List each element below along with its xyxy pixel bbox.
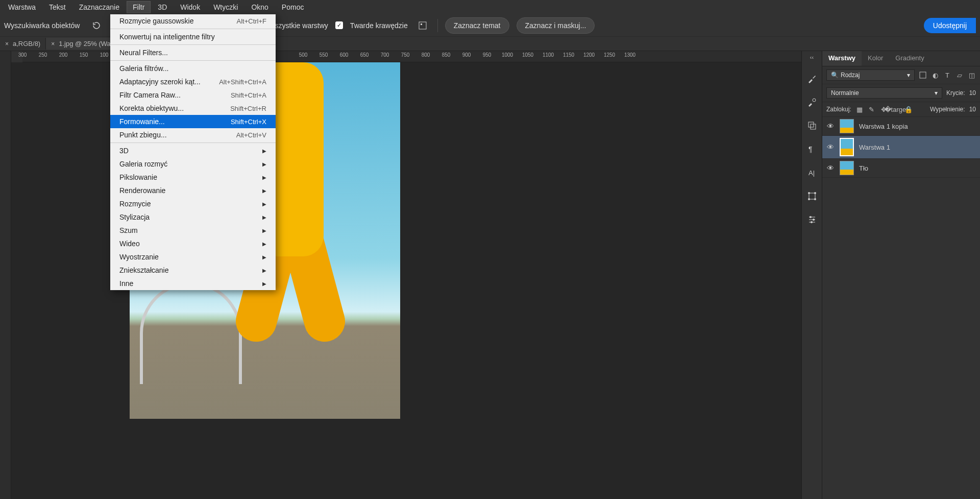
panels: WarstwyKolorGradienty 🔍Rodzaj ▾ ◐ T ▱ ◫ … [822,51,980,499]
layer-filter-select[interactable]: 🔍Rodzaj ▾ [826,69,915,81]
filter-image-icon[interactable] [919,71,927,79]
panel-tab-gradienty[interactable]: Gradienty [889,51,930,66]
lock-artboard-icon[interactable]: �target [892,105,900,113]
menu-tekst[interactable]: Tekst [43,1,72,13]
blend-mode-select[interactable]: Normalnie ▾ [826,87,942,99]
hard-edges-checkbox[interactable]: ✓ [335,21,343,29]
menu-filtr[interactable]: Filtr [127,1,151,13]
menu-okno[interactable]: Okno [245,1,274,13]
menu-item-label: Wideo [119,240,140,248]
menu-item-label: Inne [119,279,133,288]
menu-item[interactable]: Galeria rozmyć▶ [110,157,276,171]
menu-item-label: Punkt zbiegu... [119,131,167,139]
svg-point-10 [808,198,810,200]
layer-name[interactable]: Warstwa 1 kopia [859,123,908,130]
fill-value[interactable]: 10 [969,106,976,113]
menu-item[interactable]: Stylizacja▶ [110,210,276,224]
menu-zaznaczanie[interactable]: Zaznaczanie [73,1,126,13]
menu-item[interactable]: Zniekształcanie▶ [110,264,276,277]
share-button[interactable]: Udostępnij [924,18,976,33]
menu-item[interactable]: Galeria filtrów... [110,62,276,75]
lock-brush-icon[interactable]: ✎ [868,105,876,113]
filter-type-icon[interactable]: T [943,71,951,79]
layer-thumbnail[interactable] [840,138,854,156]
transform-icon[interactable] [807,191,817,201]
menu-item[interactable]: Szum▶ [110,224,276,237]
filter-adjustment-icon[interactable]: ◐ [931,71,939,79]
menu-separator [110,60,276,61]
menu-item[interactable]: Formowanie...Shift+Ctrl+X [110,115,276,128]
ruler-tick: 1050 [522,52,533,58]
clone-source-icon[interactable] [807,121,817,131]
menu-item[interactable]: Korekta obiektywu...Shift+Ctrl+R [110,102,276,115]
menu-wtyczki[interactable]: Wtyczki [207,1,244,13]
menu-item[interactable]: Konwertuj na inteligentne filtry [110,30,276,43]
lock-pixels-icon[interactable]: ▦ [855,105,864,113]
svg-point-11 [814,198,816,200]
panel-tabs: WarstwyKolorGradienty [822,51,980,66]
layer-filter-label: Rodzaj [841,72,860,79]
menu-item[interactable]: Pikslowanie▶ [110,171,276,184]
layer-thumbnail[interactable] [840,161,854,175]
menu-separator [110,29,276,29]
menu-item-label: 3D [119,147,129,155]
fill-label: Wypełnienie: [930,106,965,113]
character-icon[interactable]: A| [807,168,817,178]
filter-shape-icon[interactable]: ▱ [955,71,964,79]
menu-3d[interactable]: 3D [152,1,173,13]
select-and-mask-button[interactable]: Zaznacz i maskuj... [517,17,595,34]
layer-name[interactable]: Warstwa 1 [859,144,890,151]
layer-thumbnail[interactable] [840,119,854,133]
svg-point-15 [810,216,812,218]
blend-mode-row: Normalnie ▾ Krycie: 10 [822,84,980,102]
object-finder-label[interactable]: Wyszukiwarka obiektów [4,21,80,30]
ruler-tick: 800 [422,52,430,58]
adjustments-icon[interactable] [807,215,817,225]
lock-all-icon[interactable]: 🔒 [904,105,913,113]
settings-icon[interactable] [415,18,430,33]
menu-widok[interactable]: Widok [174,1,206,13]
ruler-tick: 650 [360,52,369,58]
panel-tab-kolor[interactable]: Kolor [862,51,889,66]
menu-item[interactable]: Inne▶ [110,277,276,290]
menu-item-label: Rozmycie [119,200,151,208]
menu-warstwa[interactable]: Warstwa [2,1,42,13]
select-subject-button[interactable]: Zaznacz temat [445,17,509,34]
filter-menu-dropdown: Rozmycie gaussowskieAlt+Ctrl+FKonwertuj … [110,14,276,290]
menu-item-label: Rozmycie gaussowskie [119,17,194,25]
menu-item[interactable]: Punkt zbiegu...Alt+Ctrl+V [110,128,276,141]
menu-item[interactable]: 3D▶ [110,144,276,157]
collapse-panels-icon[interactable]: ‹‹ [810,54,814,60]
menu-pomoc[interactable]: Pomoc [276,1,310,13]
layer-row[interactable]: 👁Tło [822,159,980,178]
menu-item[interactable]: Rozmycie▶ [110,197,276,210]
refresh-icon[interactable] [92,21,101,30]
filter-smart-icon[interactable]: ◫ [968,71,976,79]
menu-item[interactable]: Wideo▶ [110,237,276,250]
menu-item[interactable]: Filtr Camera Raw...Shift+Ctrl+A [110,88,276,102]
right-icon-dock: ‹‹ ¶ A| [801,51,822,499]
panel-tab-warstwy[interactable]: Warstwy [822,51,862,66]
menu-item[interactable]: Neural Filters... [110,46,276,59]
menu-item[interactable]: Rozmycie gaussowskieAlt+Ctrl+F [110,14,276,28]
visibility-icon[interactable]: 👁 [826,122,835,130]
lock-row: Zablokuj: ▦ ✎ ✥ �target 🔒 Wypełnienie: 1… [822,102,980,117]
visibility-icon[interactable]: 👁 [826,164,835,172]
layer-row[interactable]: 👁Warstwa 1 [822,136,980,159]
document-tab[interactable]: ×a,RGB/8) [0,38,46,50]
layer-row[interactable]: 👁Warstwa 1 kopia [822,117,980,136]
menu-item[interactable]: Wyostrzanie▶ [110,250,276,264]
layer-name[interactable]: Tło [859,164,868,172]
paragraph-icon[interactable]: ¶ [807,144,817,154]
svg-rect-1 [421,23,422,25]
brush-icon[interactable] [807,74,817,84]
opacity-value[interactable]: 10 [969,89,976,97]
close-icon[interactable]: × [5,40,9,47]
svg-point-8 [808,192,810,194]
menu-item[interactable]: Adaptacyjny szeroki kąt...Alt+Shift+Ctrl… [110,75,276,88]
menu-item-label: Filtr Camera Raw... [119,91,181,99]
visibility-icon[interactable]: 👁 [826,143,835,151]
brush-settings-icon[interactable] [807,97,817,107]
menu-item[interactable]: Renderowanie▶ [110,184,276,197]
close-icon[interactable]: × [51,40,55,47]
